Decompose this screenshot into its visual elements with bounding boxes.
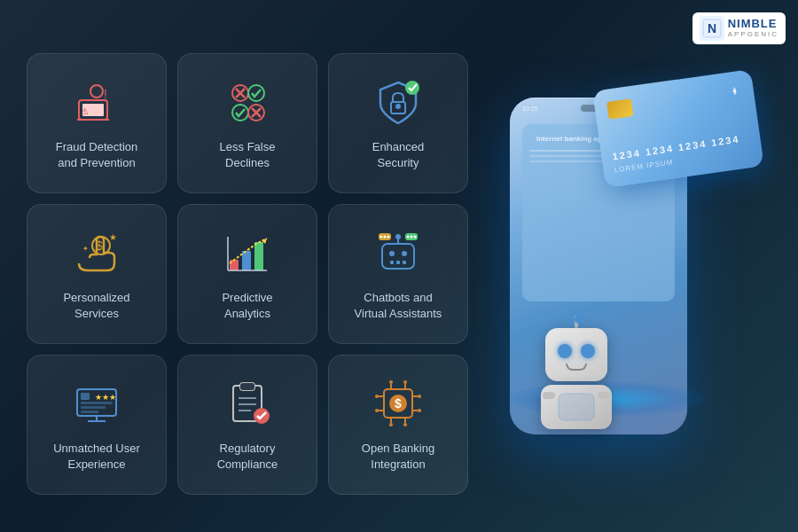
features-grid: ! ⚠ Fraud Detectionand Prevention Le — [27, 53, 468, 495]
analytics-icon — [219, 224, 276, 281]
robot-body — [541, 385, 612, 429]
svg-point-39 — [384, 236, 387, 239]
card-nfc — [726, 83, 743, 103]
fraud-detection-icon: ! ⚠ — [68, 74, 125, 130]
svg-text:!: ! — [104, 87, 107, 101]
svg-rect-81 — [543, 392, 555, 399]
svg-point-5 — [90, 85, 103, 98]
ux-label: Unmatched UserExperience — [53, 441, 140, 472]
false-declines-label: Less FalseDeclines — [220, 139, 276, 170]
svg-text:⚠: ⚠ — [81, 106, 89, 116]
svg-rect-32 — [390, 261, 394, 264]
card-number: 1234 1234 1234 1234 — [612, 134, 740, 162]
svg-point-76 — [389, 423, 393, 426]
phone-mockup: 10:25 18.12.2018 Internet banking app — [483, 62, 732, 470]
card-regulatory: RegulatoryCompliance — [177, 355, 317, 495]
svg-rect-25 — [254, 242, 263, 270]
svg-text:$: $ — [395, 396, 402, 411]
svg-rect-82 — [598, 392, 610, 399]
robot-eye-right — [581, 344, 595, 358]
svg-rect-24 — [242, 251, 251, 270]
svg-rect-29 — [382, 244, 414, 269]
fraud-detection-label: Fraud Detectionand Prevention — [56, 139, 138, 170]
svg-point-36 — [395, 234, 401, 239]
svg-rect-46 — [81, 393, 90, 400]
svg-point-31 — [402, 251, 407, 256]
svg-rect-47 — [81, 402, 113, 404]
card-analytics: PredictiveAnalytics — [177, 204, 317, 344]
svg-point-66 — [375, 409, 379, 412]
svg-point-74 — [403, 380, 407, 384]
svg-rect-33 — [396, 261, 400, 264]
personalized-icon: $ ★ ✦ — [68, 224, 125, 281]
svg-point-30 — [389, 251, 395, 256]
svg-point-43 — [411, 236, 413, 239]
svg-point-42 — [407, 236, 410, 239]
robot-mouth — [566, 364, 587, 371]
false-declines-icon — [219, 74, 276, 130]
analytics-label: PredictiveAnalytics — [222, 290, 272, 321]
svg-point-40 — [387, 236, 390, 239]
svg-text:✦: ✦ — [82, 245, 89, 253]
personalized-label: PersonalizedServices — [63, 290, 129, 321]
illustration-area: 10:25 18.12.2018 Internet banking app — [417, 0, 798, 532]
svg-point-78 — [403, 423, 407, 426]
svg-rect-49 — [81, 411, 98, 413]
regulatory-icon — [219, 375, 276, 432]
card-chip — [606, 98, 634, 120]
card-personalized: $ ★ ✦ PersonalizedServices — [27, 204, 167, 344]
regulatory-label: RegulatoryCompliance — [217, 441, 278, 472]
robot-head — [545, 328, 607, 381]
card-fraud-detection: ! ⚠ Fraud Detectionand Prevention — [27, 53, 167, 193]
svg-point-72 — [389, 380, 393, 384]
ux-icon: ★★★ — [68, 375, 125, 432]
robot-antenna — [575, 316, 578, 328]
robot-eye-left — [558, 344, 572, 358]
svg-point-38 — [380, 236, 383, 239]
svg-point-17 — [395, 104, 401, 109]
card-false-declines: Less FalseDeclines — [177, 53, 317, 193]
svg-point-64 — [375, 395, 379, 398]
svg-text:★: ★ — [109, 232, 117, 242]
phone-time: 10:25 — [522, 106, 538, 112]
card-ux: ★★★ Unmatched UserExperience — [27, 355, 167, 495]
robot — [532, 319, 621, 426]
svg-rect-48 — [81, 406, 106, 409]
svg-rect-55 — [240, 383, 254, 390]
credit-card: 1234 1234 1234 1234 LOREM IPSUM — [592, 69, 764, 188]
svg-text:★★★: ★★★ — [95, 393, 116, 402]
svg-text:$: $ — [96, 239, 103, 253]
svg-rect-34 — [403, 261, 406, 264]
svg-rect-80 — [559, 394, 594, 420]
